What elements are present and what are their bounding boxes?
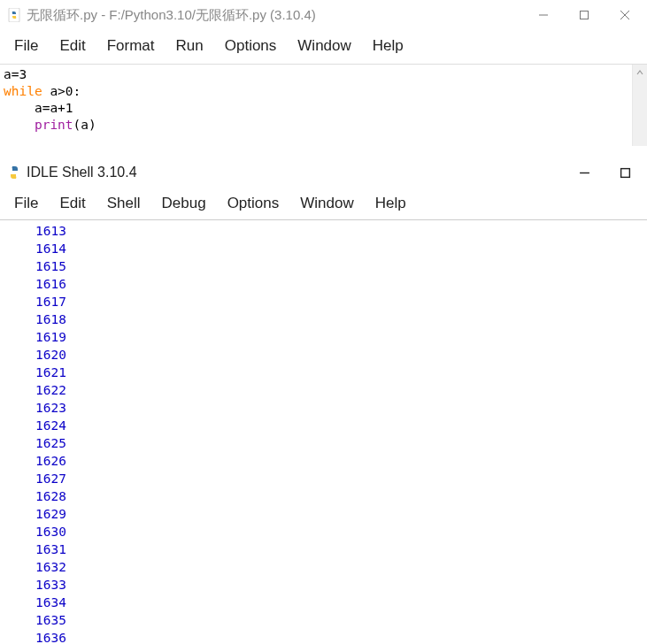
editor-title: 无限循环.py - F:/Python3.10/无限循环.py (3.10.4) [27, 7, 523, 24]
shell-output-line: 1631 [35, 540, 647, 558]
shell-menu-options[interactable]: Options [217, 193, 290, 214]
shell-maximize-button[interactable] [605, 159, 645, 186]
shell-output-line: 1618 [35, 310, 647, 328]
code-editor[interactable]: a=3 while a>0: a=a+1 print(a) [0, 65, 632, 146]
shell-output-line: 1623 [35, 399, 647, 417]
svg-rect-6 [620, 168, 629, 177]
shell-output-line: 1616 [35, 275, 647, 293]
menu-edit[interactable]: Edit [49, 35, 96, 57]
menu-window[interactable]: Window [287, 35, 361, 57]
menu-options[interactable]: Options [214, 35, 288, 57]
menu-run[interactable]: Run [166, 35, 214, 57]
svg-rect-0 [9, 8, 19, 22]
shell-output-line: 1628 [35, 487, 647, 505]
shell-output-line: 1625 [35, 434, 647, 452]
minimize-button[interactable] [523, 2, 564, 28]
code-line: a=3 [4, 67, 27, 81]
scroll-up-icon[interactable] [633, 65, 647, 80]
window-controls [523, 2, 645, 28]
shell-output-line: 1627 [35, 470, 647, 487]
shell-output-line: 1635 [35, 611, 647, 629]
shell-output-line: 1626 [35, 452, 647, 470]
shell-output-line: 1621 [35, 364, 647, 381]
editor-menubar: File Edit Format Run Options Window Help [0, 30, 647, 65]
shell-output-line: 1614 [35, 240, 647, 257]
shell-menubar: File Edit Shell Debug Options Window Hel… [0, 188, 647, 220]
keyword-while: while [4, 84, 42, 98]
shell-output-line: 1629 [35, 505, 647, 523]
shell-window: IDLE Shell 3.10.4 File Edit Shell Debug … [0, 157, 647, 644]
shell-output-line: 1617 [35, 293, 647, 310]
shell-output-line: 1619 [35, 328, 647, 346]
shell-output-line: 1633 [35, 576, 647, 594]
shell-menu-window[interactable]: Window [289, 193, 364, 214]
shell-menu-file[interactable]: File [4, 193, 49, 214]
shell-minimize-button[interactable] [564, 159, 605, 186]
menu-file[interactable]: File [4, 35, 49, 57]
shell-window-controls [564, 159, 645, 186]
code-text: a>0: [42, 84, 81, 98]
shell-output-line: 1636 [35, 629, 647, 644]
close-button[interactable] [605, 2, 645, 28]
shell-menu-shell[interactable]: Shell [96, 193, 151, 214]
shell-output-line: 1620 [35, 346, 647, 364]
menu-format[interactable]: Format [96, 35, 166, 57]
shell-output-line: 1630 [35, 523, 647, 540]
shell-titlebar: IDLE Shell 3.10.4 [0, 157, 647, 188]
shell-title: IDLE Shell 3.10.4 [27, 165, 564, 180]
shell-output-line: 1622 [35, 381, 647, 399]
code-indent [4, 118, 35, 132]
builtin-print: print [35, 118, 73, 132]
code-text: (a) [73, 118, 96, 132]
shell-output-line: 1632 [35, 558, 647, 576]
editor-scrollbar[interactable] [632, 65, 647, 146]
shell-output-line: 1615 [35, 257, 647, 275]
maximize-button[interactable] [564, 2, 605, 28]
shell-menu-edit[interactable]: Edit [49, 193, 96, 214]
svg-rect-2 [581, 12, 589, 19]
shell-menu-help[interactable]: Help [365, 193, 417, 214]
code-line: a=a+1 [4, 101, 73, 115]
editor-titlebar: 无限循环.py - F:/Python3.10/无限循环.py (3.10.4) [0, 0, 647, 30]
menu-help[interactable]: Help [362, 35, 414, 57]
python-file-icon [7, 8, 21, 22]
shell-output-line: 1613 [35, 222, 647, 240]
python-app-icon [7, 165, 21, 180]
editor-window: 无限循环.py - F:/Python3.10/无限循环.py (3.10.4)… [0, 0, 647, 146]
shell-output-line: 1624 [35, 417, 647, 434]
editor-body: a=3 while a>0: a=a+1 print(a) [0, 65, 647, 146]
shell-menu-debug[interactable]: Debug [151, 193, 217, 214]
shell-output[interactable]: 1613161416151616161716181619162016211622… [0, 220, 647, 644]
shell-output-line: 1634 [35, 594, 647, 611]
